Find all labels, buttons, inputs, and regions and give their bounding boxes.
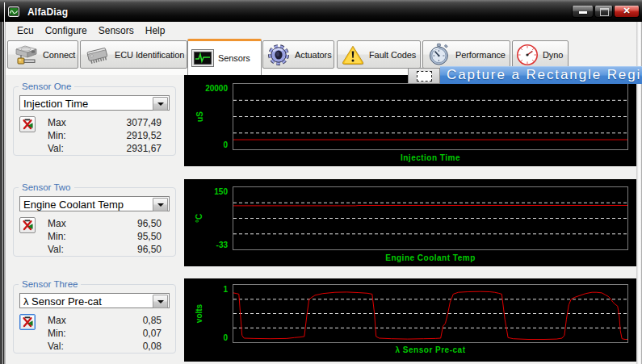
chart-panel-lambda-sensor: 1 0 volts λ Sensor Pre-cat <box>184 278 636 362</box>
menu-configure[interactable]: Configure <box>40 23 93 38</box>
combo-dropdown-button[interactable] <box>153 295 168 308</box>
val-label: Val: <box>48 143 88 154</box>
menu-sensors[interactable]: Sensors <box>93 23 140 38</box>
max-label: Max <box>48 117 88 128</box>
caption-buttons: ✕ <box>572 0 640 18</box>
reset-minmax-button[interactable] <box>19 116 36 132</box>
connector-icon <box>11 44 39 65</box>
toolbar-button-label: Performance <box>455 50 506 60</box>
window-border-shine <box>4 2 5 364</box>
val-label: Val: <box>48 244 88 255</box>
val-value: 96,50 <box>97 244 162 255</box>
toolbar-button-label: Sensors <box>218 53 250 63</box>
menubar: Ecu Configure Sensors Help <box>6 22 642 38</box>
chip-icon <box>84 44 111 65</box>
toolbar-button-ecu-identification[interactable]: ECU Identification <box>80 40 187 69</box>
warning-icon <box>341 44 365 65</box>
dashed-rectangle-icon <box>417 71 432 82</box>
toolbar-button-performance[interactable]: Performance <box>422 40 510 69</box>
toolbar-button-label: Connect <box>43 50 75 60</box>
reset-icon <box>21 316 34 328</box>
min-label: Min: <box>48 328 88 339</box>
close-icon: ✕ <box>615 6 639 17</box>
val-value: 0,08 <box>97 341 162 352</box>
gear-icon <box>266 44 291 66</box>
toolbar-button-label: ECU Identification <box>115 50 184 60</box>
gauge-icon <box>516 44 539 66</box>
oscilloscope-icon <box>191 49 214 67</box>
combo-selected-value: λ Sensor Pre-cat <box>23 295 102 308</box>
plot-area <box>233 83 628 150</box>
min-label: Min: <box>48 130 88 141</box>
group-title: Sensor One <box>19 82 74 91</box>
alfadiag-window: AlfaDiag ✕ Ecu Configure Sensors Help <box>0 0 642 364</box>
max-value: 0,85 <box>97 315 162 326</box>
titlebar[interactable]: AlfaDiag ✕ <box>0 0 642 22</box>
window-title: AlfaDiag <box>27 6 68 18</box>
sensor-three-group: Sensor Three λ Sensor Pre-cat Max 0,85 M… <box>13 284 176 354</box>
toolbar-button-sensors[interactable]: Sensors <box>187 39 262 75</box>
coolant-temp-chart <box>233 187 627 249</box>
chart-title: Injection Time <box>233 153 628 162</box>
maximize-button[interactable] <box>594 6 613 18</box>
menu-help[interactable]: Help <box>140 23 171 38</box>
sensor-three-select[interactable]: λ Sensor Pre-cat <box>19 293 170 308</box>
max-label: Max <box>48 315 88 326</box>
combo-dropdown-button[interactable] <box>153 198 168 211</box>
max-value: 3077,49 <box>97 117 162 128</box>
min-label: Min: <box>48 231 88 242</box>
y-axis-unit-label: volts <box>192 284 207 343</box>
close-button[interactable]: ✕ <box>614 6 640 18</box>
minimize-button[interactable] <box>572 6 594 18</box>
lambda-sensor-chart <box>233 285 627 342</box>
chevron-down-icon <box>157 300 164 303</box>
maximize-icon <box>600 8 609 16</box>
chevron-down-icon <box>157 203 164 207</box>
min-value: 95,50 <box>97 231 162 242</box>
group-title: Sensor Three <box>19 279 81 289</box>
chart-panel-coolant-temp: 150 -33 °C Engine Coolant Temp <box>184 179 636 266</box>
sensor-two-group: Sensor Two Engine Coolant Temp Max 96,50… <box>13 187 176 257</box>
sensor-one-select[interactable]: Injection Time <box>19 95 170 111</box>
toolbar-button-dyno[interactable]: Dyno <box>512 40 569 69</box>
max-value: 96,50 <box>97 218 162 229</box>
reset-icon <box>21 219 34 232</box>
capture-tool-button[interactable] <box>408 68 440 84</box>
reset-minmax-button[interactable] <box>19 314 36 330</box>
sensor-two-select[interactable]: Engine Coolant Temp <box>19 196 170 211</box>
capture-tooltip-text: Capture a Rectangle Region <box>440 67 642 83</box>
chevron-down-icon <box>157 103 164 106</box>
chart-title: Engine Coolant Temp <box>233 253 628 262</box>
combo-dropdown-button[interactable] <box>153 97 168 111</box>
y-axis-unit-label: uS <box>192 83 207 150</box>
plot-area <box>233 284 628 343</box>
toolbar-button-connect[interactable]: Connect <box>7 40 78 69</box>
min-value: 2919,52 <box>97 130 162 141</box>
chart-panel-injection-time: 20000 0 uS Injection Time <box>184 75 636 166</box>
toolbar-button-actuators[interactable]: Actuators <box>262 40 334 69</box>
max-label: Max <box>48 218 88 229</box>
stopwatch-icon <box>426 43 451 66</box>
menu-ecu[interactable]: Ecu <box>11 23 40 38</box>
min-value: 0,07 <box>97 328 162 339</box>
capture-tooltip: Capture a Rectangle Region <box>440 66 642 84</box>
toolbar-button-fault-codes[interactable]: Fault Codes <box>337 40 421 69</box>
val-value: 2931,67 <box>97 143 162 154</box>
group-title: Sensor Two <box>19 182 74 192</box>
reset-minmax-button[interactable] <box>19 217 36 233</box>
combo-selected-value: Engine Coolant Temp <box>23 199 124 211</box>
injection-time-chart <box>233 84 627 149</box>
toolbar-button-label: Dyno <box>543 50 563 60</box>
app-icon <box>7 6 20 18</box>
toolbar-button-label: Fault Codes <box>369 50 416 60</box>
y-axis-unit-label: °C <box>192 186 207 250</box>
sensor-one-group: Sensor One Injection Time Max 3077,49 Mi… <box>13 86 176 156</box>
chart-title: λ Sensor Pre-cat <box>233 345 628 354</box>
plot-area <box>233 186 628 250</box>
val-label: Val: <box>48 341 88 352</box>
combo-selected-value: Injection Time <box>23 98 88 110</box>
minimize-icon <box>579 11 587 14</box>
reset-icon <box>21 118 34 131</box>
toolbar-button-label: Actuators <box>295 50 332 60</box>
